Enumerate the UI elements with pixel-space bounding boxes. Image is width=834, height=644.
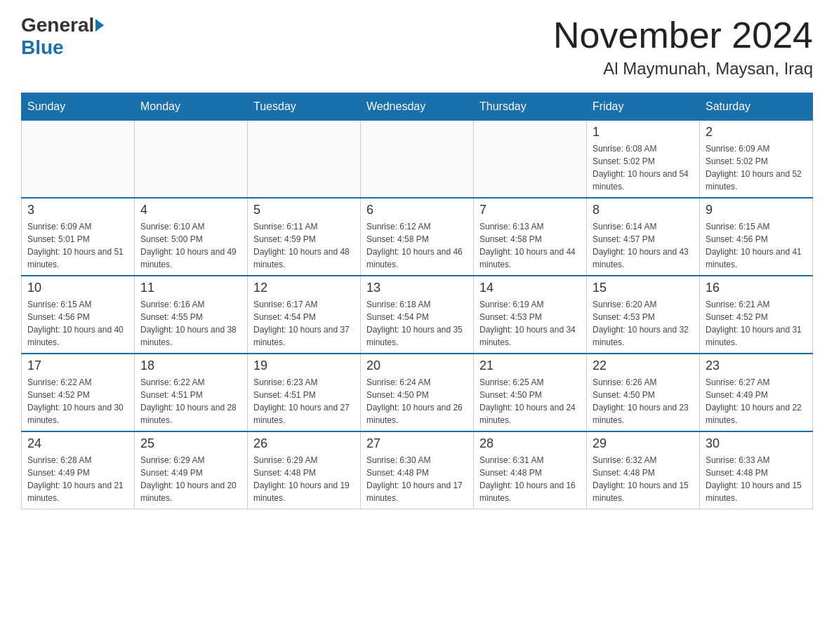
calendar-day-cell: 22Sunrise: 6:26 AMSunset: 4:50 PMDayligh… [587,354,700,431]
day-info: Sunrise: 6:32 AMSunset: 4:48 PMDaylight:… [593,454,694,504]
day-info: Sunrise: 6:30 AMSunset: 4:48 PMDaylight:… [366,454,468,504]
day-info: Sunrise: 6:29 AMSunset: 4:48 PMDaylight:… [253,454,355,504]
day-number: 20 [366,358,468,373]
day-info: Sunrise: 6:28 AMSunset: 4:49 PMDaylight:… [27,454,128,504]
calendar-day-cell: 29Sunrise: 6:32 AMSunset: 4:48 PMDayligh… [587,431,700,509]
day-info: Sunrise: 6:11 AMSunset: 4:59 PMDaylight:… [253,220,355,271]
day-info: Sunrise: 6:09 AMSunset: 5:01 PMDaylight:… [27,220,128,271]
page-header: General Blue November 2024 Al Maymunah, … [21,14,813,79]
calendar-week-row: 3Sunrise: 6:09 AMSunset: 5:01 PMDaylight… [22,198,813,276]
day-of-week-header: Thursday [474,93,587,121]
day-number: 8 [593,203,694,217]
day-number: 1 [593,125,694,140]
day-number: 30 [706,436,807,451]
day-info: Sunrise: 6:10 AMSunset: 5:00 PMDaylight:… [140,220,241,271]
day-info: Sunrise: 6:21 AMSunset: 4:52 PMDaylight:… [706,298,807,349]
logo-blue-text: Blue [21,36,64,58]
day-info: Sunrise: 6:19 AMSunset: 4:53 PMDaylight:… [479,298,581,349]
day-of-week-header: Saturday [700,93,813,121]
day-info: Sunrise: 6:17 AMSunset: 4:54 PMDaylight:… [253,298,355,349]
day-number: 13 [366,281,468,295]
day-number: 28 [479,436,581,451]
calendar-day-cell: 30Sunrise: 6:33 AMSunset: 4:48 PMDayligh… [700,431,813,509]
day-number: 10 [27,281,128,295]
calendar-day-cell: 9Sunrise: 6:15 AMSunset: 4:56 PMDaylight… [700,198,813,276]
day-info: Sunrise: 6:27 AMSunset: 4:49 PMDaylight:… [706,376,807,427]
calendar-day-cell: 25Sunrise: 6:29 AMSunset: 4:49 PMDayligh… [135,431,248,509]
calendar-day-cell [135,121,248,199]
logo-general-text: General [21,14,94,36]
calendar-title: November 2024 [553,14,813,56]
day-number: 19 [253,358,355,373]
calendar-day-cell: 27Sunrise: 6:30 AMSunset: 4:48 PMDayligh… [361,431,474,509]
day-of-week-header: Wednesday [361,93,474,121]
day-number: 12 [253,281,355,295]
calendar-day-cell: 21Sunrise: 6:25 AMSunset: 4:50 PMDayligh… [474,354,587,431]
calendar-table: SundayMondayTuesdayWednesdayThursdayFrid… [21,93,813,509]
day-of-week-header: Tuesday [248,93,361,121]
day-number: 15 [593,281,694,295]
calendar-day-cell: 15Sunrise: 6:20 AMSunset: 4:53 PMDayligh… [587,276,700,354]
day-number: 9 [706,203,807,217]
day-number: 5 [253,203,355,217]
calendar-day-cell: 23Sunrise: 6:27 AMSunset: 4:49 PMDayligh… [700,354,813,431]
day-of-week-header: Friday [587,93,700,121]
calendar-day-cell: 8Sunrise: 6:14 AMSunset: 4:57 PMDaylight… [587,198,700,276]
calendar-week-row: 10Sunrise: 6:15 AMSunset: 4:56 PMDayligh… [22,276,813,354]
day-info: Sunrise: 6:31 AMSunset: 4:48 PMDaylight:… [479,454,581,504]
calendar-week-row: 17Sunrise: 6:22 AMSunset: 4:52 PMDayligh… [22,354,813,431]
calendar-day-cell: 28Sunrise: 6:31 AMSunset: 4:48 PMDayligh… [474,431,587,509]
day-info: Sunrise: 6:12 AMSunset: 4:58 PMDaylight:… [366,220,468,271]
day-number: 3 [27,203,128,217]
calendar-day-cell: 14Sunrise: 6:19 AMSunset: 4:53 PMDayligh… [474,276,587,354]
day-number: 23 [706,358,807,373]
calendar-day-cell: 13Sunrise: 6:18 AMSunset: 4:54 PMDayligh… [361,276,474,354]
day-number: 22 [593,358,694,373]
day-info: Sunrise: 6:25 AMSunset: 4:50 PMDaylight:… [479,376,581,427]
day-info: Sunrise: 6:29 AMSunset: 4:49 PMDaylight:… [140,454,241,504]
calendar-day-cell: 2Sunrise: 6:09 AMSunset: 5:02 PMDaylight… [700,121,813,199]
calendar-day-cell: 16Sunrise: 6:21 AMSunset: 4:52 PMDayligh… [700,276,813,354]
day-number: 16 [706,281,807,295]
calendar-day-cell: 17Sunrise: 6:22 AMSunset: 4:52 PMDayligh… [22,354,135,431]
calendar-day-cell: 26Sunrise: 6:29 AMSunset: 4:48 PMDayligh… [248,431,361,509]
calendar-week-row: 1Sunrise: 6:08 AMSunset: 5:02 PMDaylight… [22,121,813,199]
day-number: 25 [140,436,241,451]
day-number: 2 [706,125,807,140]
day-number: 21 [479,358,581,373]
calendar-day-cell: 1Sunrise: 6:08 AMSunset: 5:02 PMDaylight… [587,121,700,199]
day-number: 24 [27,436,128,451]
day-info: Sunrise: 6:08 AMSunset: 5:02 PMDaylight:… [593,142,694,193]
day-info: Sunrise: 6:13 AMSunset: 4:58 PMDaylight:… [479,220,581,271]
day-number: 17 [27,358,128,373]
day-number: 18 [140,358,241,373]
calendar-day-cell: 5Sunrise: 6:11 AMSunset: 4:59 PMDaylight… [248,198,361,276]
day-number: 29 [593,436,694,451]
calendar-day-cell: 11Sunrise: 6:16 AMSunset: 4:55 PMDayligh… [135,276,248,354]
day-info: Sunrise: 6:23 AMSunset: 4:51 PMDaylight:… [253,376,355,427]
day-number: 26 [253,436,355,451]
calendar-header-row: SundayMondayTuesdayWednesdayThursdayFrid… [22,93,813,121]
calendar-subtitle: Al Maymunah, Maysan, Iraq [553,59,813,79]
day-info: Sunrise: 6:26 AMSunset: 4:50 PMDaylight:… [593,376,694,427]
logo-arrow-icon [95,19,104,32]
calendar-day-cell: 20Sunrise: 6:24 AMSunset: 4:50 PMDayligh… [361,354,474,431]
calendar-day-cell: 24Sunrise: 6:28 AMSunset: 4:49 PMDayligh… [22,431,135,509]
calendar-day-cell: 4Sunrise: 6:10 AMSunset: 5:00 PMDaylight… [135,198,248,276]
day-number: 27 [366,436,468,451]
day-info: Sunrise: 6:15 AMSunset: 4:56 PMDaylight:… [706,220,807,271]
calendar-week-row: 24Sunrise: 6:28 AMSunset: 4:49 PMDayligh… [22,431,813,509]
calendar-day-cell: 6Sunrise: 6:12 AMSunset: 4:58 PMDaylight… [361,198,474,276]
logo: General Blue [21,14,104,59]
day-info: Sunrise: 6:22 AMSunset: 4:52 PMDaylight:… [27,376,128,427]
day-info: Sunrise: 6:20 AMSunset: 4:53 PMDaylight:… [593,298,694,349]
day-of-week-header: Monday [135,93,248,121]
day-number: 11 [140,281,241,295]
calendar-day-cell [248,121,361,199]
calendar-day-cell [474,121,587,199]
day-info: Sunrise: 6:14 AMSunset: 4:57 PMDaylight:… [593,220,694,271]
day-number: 14 [479,281,581,295]
day-number: 6 [366,203,468,217]
calendar-day-cell: 7Sunrise: 6:13 AMSunset: 4:58 PMDaylight… [474,198,587,276]
day-info: Sunrise: 6:15 AMSunset: 4:56 PMDaylight:… [27,298,128,349]
